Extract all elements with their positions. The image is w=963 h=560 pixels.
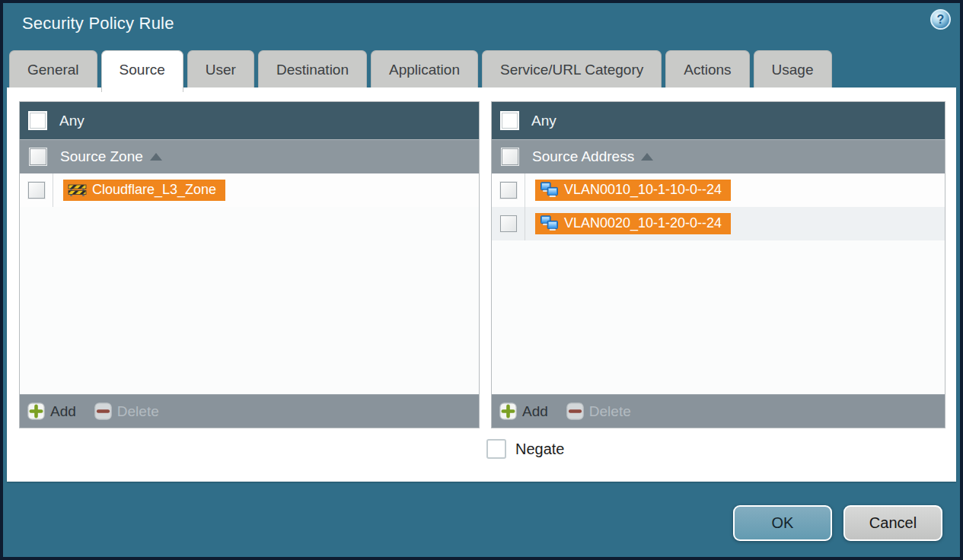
source-address-panel: Any Source Address bbox=[491, 101, 945, 428]
source-address-column-header[interactable]: Source Address bbox=[492, 139, 945, 173]
source-zone-select-all-checkbox[interactable] bbox=[30, 148, 46, 165]
source-address-row-checkbox[interactable] bbox=[500, 215, 517, 232]
help-icon[interactable]: ? bbox=[930, 9, 951, 30]
negate-checkbox[interactable] bbox=[486, 439, 506, 459]
tab-general[interactable]: General bbox=[9, 50, 97, 88]
dialog-action-buttons: OK Cancel bbox=[733, 505, 942, 541]
zone-icon bbox=[68, 183, 87, 197]
tab-actions[interactable]: Actions bbox=[665, 50, 749, 88]
table-row: Cloudflare_L3_Zone bbox=[20, 173, 479, 207]
source-zone-any-header: Any bbox=[20, 102, 479, 139]
source-address-delete-button[interactable]: Delete bbox=[566, 402, 631, 420]
source-zone-footer: Add Delete bbox=[20, 394, 479, 428]
tab-usage[interactable]: Usage bbox=[754, 50, 832, 88]
tab-user[interactable]: User bbox=[187, 50, 254, 88]
row-checkbox-cell bbox=[492, 173, 525, 207]
source-address-any-label: Any bbox=[531, 113, 556, 129]
dialog-title: Security Policy Rule bbox=[22, 14, 174, 33]
add-button-label: Add bbox=[522, 403, 548, 420]
source-zone-column-title: Source Zone bbox=[60, 148, 143, 165]
tab-application[interactable]: Application bbox=[371, 50, 478, 88]
negate-label: Negate bbox=[515, 441, 565, 458]
row-checkbox-cell bbox=[20, 173, 53, 207]
source-address-any-header: Any bbox=[492, 102, 945, 139]
source-address-any-checkbox[interactable] bbox=[500, 111, 519, 130]
add-icon bbox=[499, 402, 517, 420]
row-checkbox-cell bbox=[492, 207, 525, 240]
source-zone-any-label: Any bbox=[59, 113, 85, 129]
address-icon bbox=[540, 215, 559, 231]
source-address-row-checkbox[interactable] bbox=[500, 182, 517, 199]
source-zone-delete-button[interactable]: Delete bbox=[94, 402, 159, 420]
source-address-item[interactable]: VLAN0020_10-1-20-0--24 bbox=[535, 213, 731, 234]
tab-strip: General Source User Destination Applicat… bbox=[9, 50, 832, 92]
source-address-add-button[interactable]: Add bbox=[499, 402, 548, 420]
source-zone-any-checkbox[interactable] bbox=[28, 111, 47, 130]
source-address-item[interactable]: VLAN0010_10-1-10-0--24 bbox=[535, 180, 731, 201]
ok-button[interactable]: OK bbox=[733, 505, 832, 541]
source-zone-column-header[interactable]: Source Zone bbox=[20, 139, 479, 173]
add-button-label: Add bbox=[50, 403, 76, 420]
source-address-footer: Add Delete bbox=[492, 394, 945, 428]
source-zone-rows: Cloudflare_L3_Zone bbox=[20, 173, 479, 394]
source-zone-panel: Any Source Zone bbox=[19, 101, 480, 428]
tab-service-url-category[interactable]: Service/URL Category bbox=[482, 50, 662, 88]
add-icon bbox=[27, 402, 45, 420]
delete-icon bbox=[94, 402, 112, 420]
title-bar: Security Policy Rule ? bbox=[3, 3, 960, 47]
source-address-rows: VLAN0010_10-1-10-0--24 bbox=[492, 173, 945, 394]
delete-icon bbox=[566, 402, 584, 420]
source-address-column-title: Source Address bbox=[532, 148, 634, 165]
source-zone-item[interactable]: Cloudflare_L3_Zone bbox=[63, 180, 225, 201]
security-policy-rule-dialog: Security Policy Rule ? General Source Us… bbox=[3, 3, 960, 557]
source-zone-add-button[interactable]: Add bbox=[27, 402, 76, 420]
source-address-item-label: VLAN0020_10-1-20-0--24 bbox=[564, 215, 722, 231]
delete-button-label: Delete bbox=[589, 403, 631, 420]
tab-source[interactable]: Source bbox=[101, 50, 183, 92]
sort-ascending-icon bbox=[641, 153, 653, 161]
source-tab-content: Any Source Zone bbox=[7, 88, 956, 482]
source-address-select-all-checkbox[interactable] bbox=[502, 148, 518, 165]
source-zone-item-label: Cloudflare_L3_Zone bbox=[92, 182, 216, 198]
delete-button-label: Delete bbox=[117, 403, 159, 420]
source-address-item-label: VLAN0010_10-1-10-0--24 bbox=[564, 182, 722, 198]
tab-destination[interactable]: Destination bbox=[258, 50, 367, 88]
cancel-button[interactable]: Cancel bbox=[843, 505, 942, 541]
table-row: VLAN0020_10-1-20-0--24 bbox=[492, 207, 945, 240]
negate-option: Negate bbox=[486, 439, 565, 459]
address-icon bbox=[540, 182, 559, 198]
source-zone-row-checkbox[interactable] bbox=[28, 182, 45, 199]
sort-ascending-icon bbox=[150, 153, 162, 161]
table-row: VLAN0010_10-1-10-0--24 bbox=[492, 173, 945, 207]
